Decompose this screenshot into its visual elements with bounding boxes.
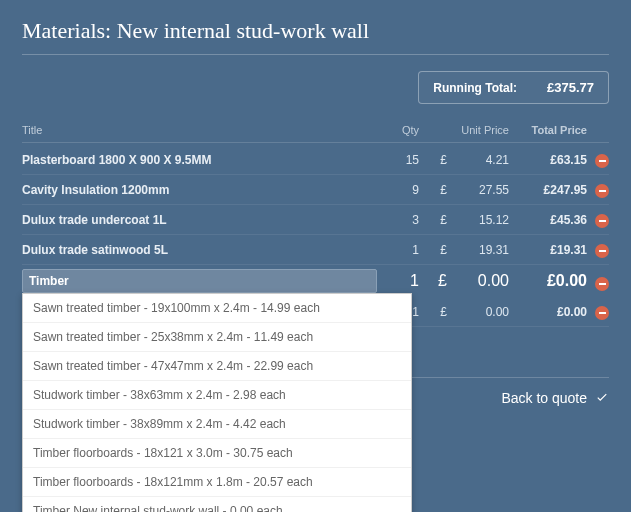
cell-currency: £ xyxy=(419,183,447,197)
cell-currency: £ xyxy=(419,243,447,257)
cell-unit: 0.00 xyxy=(447,305,509,319)
table-row: Sawn treated timber - 19x100mm x 2.4m - … xyxy=(22,265,609,297)
table-row: Plasterboard 1800 X 900 X 9.5MM 15 £ 4.2… xyxy=(22,145,609,175)
cell-title: Plasterboard 1800 X 900 X 9.5MM xyxy=(22,153,377,167)
back-to-quote-link[interactable]: Back to quote xyxy=(501,390,609,406)
cell-qty: 9 xyxy=(377,183,419,197)
delete-row-button[interactable] xyxy=(595,214,609,228)
cell-total: £0.00 xyxy=(509,272,587,290)
cell-total: £247.95 xyxy=(509,183,587,197)
delete-row-button[interactable] xyxy=(595,306,609,320)
cell-title: Cavity Insulation 1200mm xyxy=(22,183,377,197)
cell-unit: 4.21 xyxy=(447,153,509,167)
table-header: Title Qty Unit Price Total Price xyxy=(22,118,609,143)
cell-currency: £ xyxy=(419,213,447,227)
cell-total: £19.31 xyxy=(509,243,587,257)
dropdown-item[interactable]: Studwork timber - 38x89mm x 2.4m - 4.42 … xyxy=(23,410,411,439)
cell-qty: 15 xyxy=(377,153,419,167)
page-title: Materials: New internal stud-work wall xyxy=(22,18,609,55)
running-total-box: Running Total: £375.77 xyxy=(418,71,609,104)
header-title: Title xyxy=(22,124,377,136)
dropdown-item[interactable]: Timber New internal stud-work wall - 0.0… xyxy=(23,497,411,512)
dropdown-item[interactable]: Timber floorboards - 18x121mm x 1.8m - 2… xyxy=(23,468,411,497)
dropdown-item[interactable]: Sawn treated timber - 19x100mm x 2.4m - … xyxy=(23,294,411,323)
delete-row-button[interactable] xyxy=(595,244,609,258)
running-total-label: Running Total: xyxy=(433,81,517,95)
cell-currency: £ xyxy=(419,272,447,290)
running-total-value: £375.77 xyxy=(547,80,594,95)
table-row: Dulux trade undercoat 1L 3 £ 15.12 £45.3… xyxy=(22,205,609,235)
dropdown-item[interactable]: Sawn treated timber - 47x47mm x 2.4m - 2… xyxy=(23,352,411,381)
cell-currency: £ xyxy=(419,153,447,167)
back-to-quote-label: Back to quote xyxy=(501,390,587,406)
cell-currency: £ xyxy=(419,305,447,319)
table-row: Dulux trade satinwood 5L 1 £ 19.31 £19.3… xyxy=(22,235,609,265)
header-unit: Unit Price xyxy=(447,124,509,136)
cell-unit: 15.12 xyxy=(447,213,509,227)
dropdown-item[interactable]: Sawn treated timber - 25x38mm x 2.4m - 1… xyxy=(23,323,411,352)
cell-total: £0.00 xyxy=(509,305,587,319)
cell-total: £45.36 xyxy=(509,213,587,227)
cell-total: £63.15 xyxy=(509,153,587,167)
material-search-input[interactable] xyxy=(22,269,377,293)
cell-unit: 0.00 xyxy=(447,272,509,290)
header-qty: Qty xyxy=(377,124,419,136)
cell-qty: 1 xyxy=(377,272,419,290)
delete-row-button[interactable] xyxy=(595,154,609,168)
delete-row-button[interactable] xyxy=(595,277,609,291)
cell-qty: 3 xyxy=(377,213,419,227)
table-row: Cavity Insulation 1200mm 9 £ 27.55 £247.… xyxy=(22,175,609,205)
cell-qty: 1 xyxy=(377,243,419,257)
dropdown-item[interactable]: Studwork timber - 38x63mm x 2.4m - 2.98 … xyxy=(23,381,411,410)
dropdown-item[interactable]: Timber floorboards - 18x121 x 3.0m - 30.… xyxy=(23,439,411,468)
cell-unit: 19.31 xyxy=(447,243,509,257)
cell-title: Dulux trade undercoat 1L xyxy=(22,213,377,227)
cell-unit: 27.55 xyxy=(447,183,509,197)
delete-row-button[interactable] xyxy=(595,184,609,198)
header-total: Total Price xyxy=(509,124,587,136)
autocomplete-dropdown: Sawn treated timber - 19x100mm x 2.4m - … xyxy=(22,293,412,512)
cell-title: Dulux trade satinwood 5L xyxy=(22,243,377,257)
check-icon xyxy=(595,391,609,405)
